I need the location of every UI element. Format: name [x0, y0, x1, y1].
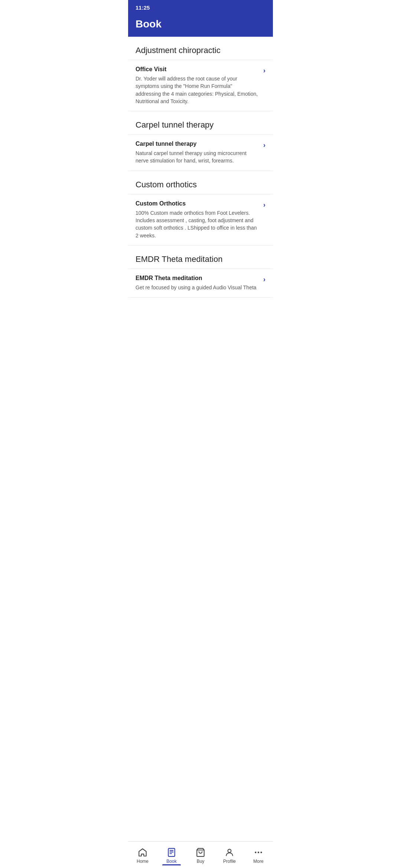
section-header-adjustment: Adjustment chiropractic — [128, 37, 273, 60]
section-header-emdr: EMDR Theta meditation — [128, 246, 273, 269]
section-adjustment-chiropractic: Adjustment chiropractic Office Visit Dr.… — [128, 37, 273, 111]
section-header-orthotics: Custom orthotics — [128, 171, 273, 194]
service-title-office-visit: Office Visit — [136, 66, 259, 73]
service-item-emdr[interactable]: EMDR Theta meditation Get re focused by … — [128, 269, 273, 297]
section-custom-orthotics: Custom orthotics Custom Orthotics 100% C… — [128, 171, 273, 246]
service-item-office-visit[interactable]: Office Visit Dr. Yoder will address the … — [128, 60, 273, 111]
service-item-carpel-tunnel[interactable]: Carpel tunnel therapy Natural carpel tun… — [128, 134, 273, 171]
service-title-emdr: EMDR Theta meditation — [136, 275, 259, 282]
service-desc-office-visit: Dr. Yoder will address the root cause of… — [136, 75, 259, 105]
content-area: Adjustment chiropractic Office Visit Dr.… — [128, 37, 273, 327]
chevron-icon: › — [263, 141, 265, 149]
section-emdr: EMDR Theta meditation EMDR Theta meditat… — [128, 246, 273, 297]
status-time: 11:25 — [136, 4, 150, 11]
service-title-orthotics: Custom Orthotics — [136, 200, 259, 207]
service-desc-orthotics: 100% Custom made orthotics from Foot Lev… — [136, 209, 259, 239]
chevron-icon: › — [263, 67, 265, 75]
service-desc-emdr: Get re focused by using a guided Audio V… — [136, 284, 259, 291]
page-title: Book — [136, 18, 265, 30]
service-desc-carpel: Natural carpel tunnel therapy using micr… — [136, 149, 259, 165]
section-carpel-tunnel: Carpel tunnel therapy Carpel tunnel ther… — [128, 111, 273, 171]
page-header: Book — [128, 14, 273, 37]
service-title-carpel: Carpel tunnel therapy — [136, 141, 259, 147]
chevron-icon: › — [263, 276, 265, 283]
status-bar: 11:25 — [128, 0, 273, 14]
chevron-icon: › — [263, 201, 265, 209]
service-item-custom-orthotics[interactable]: Custom Orthotics 100% Custom made orthot… — [128, 194, 273, 246]
section-header-carpel: Carpel tunnel therapy — [128, 111, 273, 134]
